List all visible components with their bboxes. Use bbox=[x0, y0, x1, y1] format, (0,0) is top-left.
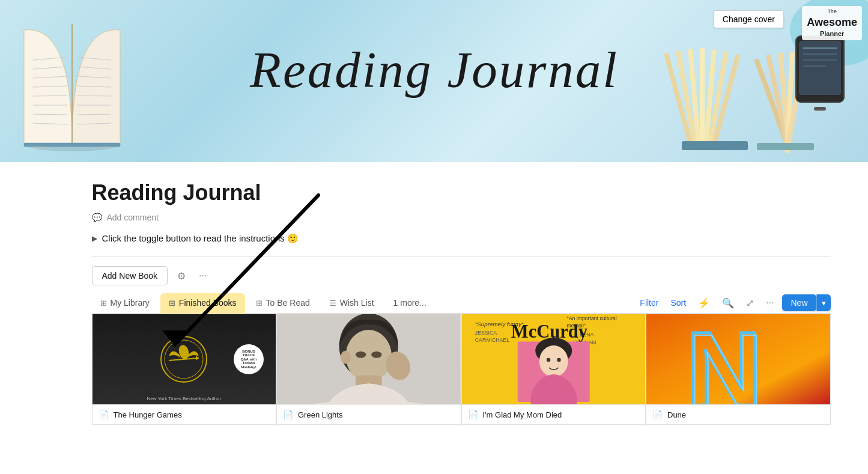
add-comment-label: Add comment bbox=[107, 213, 159, 222]
comment-icon: 💬 bbox=[92, 213, 102, 222]
tab-to-be-read[interactable]: ⊞ To Be Read bbox=[247, 293, 318, 314]
book-grid: BONUS TRACKQ&A withTatianaMaslany! New Y… bbox=[92, 314, 831, 425]
book-title-green-lights: Green Lights bbox=[298, 410, 342, 419]
book-page-icon-3: 📄 bbox=[468, 410, 478, 419]
tab-grid-icon-tbr: ⊞ bbox=[256, 299, 263, 308]
hunger-author-text: New York Times Bestselling Author bbox=[93, 396, 276, 401]
toggle-instruction[interactable]: ▶ Click the toggle button to read the in… bbox=[92, 233, 831, 244]
svg-text:JESSICA: JESSICA bbox=[475, 330, 497, 336]
svg-point-46 bbox=[177, 344, 190, 360]
tab-finished-books-label: Finished Books bbox=[179, 298, 237, 308]
tab-my-library[interactable]: ⊞ My Library bbox=[92, 293, 158, 314]
green-lights-cover-art bbox=[277, 314, 461, 404]
book-card-green-lights[interactable]: 📄 Green Lights bbox=[276, 314, 461, 425]
book-footer-dune: 📄 Dune bbox=[646, 404, 830, 424]
book-title-glad-mom-died: I'm Glad My Mom Died bbox=[483, 410, 562, 419]
svg-rect-34 bbox=[757, 143, 814, 150]
page-title: Reading Journal bbox=[92, 180, 831, 205]
book-card-hunger-games[interactable]: BONUS TRACKQ&A withTatianaMaslany! New Y… bbox=[92, 314, 277, 425]
section-divider bbox=[92, 256, 831, 257]
book-cover-glad-mom-died: "Supremely funny" JESSICA CARMICHAEL "An… bbox=[462, 314, 646, 404]
tabs-right-controls: Filter Sort ⚡ 🔍 ⤢ ··· New ▾ bbox=[636, 294, 830, 311]
main-content: Reading Journal 💬 Add comment ▶ Click th… bbox=[14, 162, 855, 425]
book-title-hunger-games: The Hunger Games bbox=[114, 410, 182, 419]
tab-finished-books[interactable]: ⊞ Finished Books bbox=[160, 293, 245, 314]
toggle-arrow-icon: ▶ bbox=[92, 234, 97, 243]
new-button-dropdown[interactable]: ▾ bbox=[816, 294, 831, 311]
svg-text:N: N bbox=[688, 314, 763, 404]
tab-list-icon: ☰ bbox=[329, 299, 336, 308]
book-card-dune[interactable]: N N 📄 Dune bbox=[646, 314, 831, 425]
book-page-icon-4: 📄 bbox=[652, 410, 663, 419]
toggle-instruction-text: Click the toggle button to read the inst… bbox=[102, 233, 299, 244]
book-card-glad-mom-died[interactable]: "Supremely funny" JESSICA CARMICHAEL "An… bbox=[461, 314, 646, 425]
banner: Reading Journal bbox=[0, 0, 868, 162]
svg-point-68 bbox=[539, 345, 568, 377]
svg-marker-48 bbox=[196, 356, 199, 360]
svg-text:"An important cultural: "An important cultural bbox=[566, 315, 616, 321]
svg-text:Reading Journal: Reading Journal bbox=[249, 41, 619, 98]
toolbar: Add New Book ⚙ ··· bbox=[92, 266, 831, 285]
ellipsis-icon-button[interactable]: ··· bbox=[762, 295, 777, 311]
svg-point-52 bbox=[341, 351, 351, 364]
svg-point-55 bbox=[356, 351, 366, 358]
lightning-icon-button[interactable]: ⚡ bbox=[694, 295, 714, 311]
tab-grid-icon: ⊞ bbox=[100, 299, 107, 308]
tab-wish-list-label: Wish List bbox=[340, 298, 374, 308]
mockingjay-icon bbox=[160, 335, 208, 383]
svg-rect-33 bbox=[682, 141, 748, 150]
book-footer-green-lights: 📄 Green Lights bbox=[277, 404, 461, 424]
book-title-dune: Dune bbox=[667, 410, 686, 419]
svg-text:CARMICHAEL: CARMICHAEL bbox=[475, 337, 509, 343]
sort-button[interactable]: Sort bbox=[667, 296, 690, 310]
svg-rect-37 bbox=[814, 107, 826, 111]
tab-more-label: 1 more... bbox=[393, 298, 426, 308]
book-page-icon: 📄 bbox=[99, 410, 109, 419]
book-page-icon-2: 📄 bbox=[283, 410, 293, 419]
svg-point-51 bbox=[346, 330, 392, 382]
svg-point-70 bbox=[557, 358, 561, 362]
book-cover-green-lights bbox=[277, 314, 461, 404]
svg-rect-36 bbox=[799, 41, 841, 95]
search-icon-button[interactable]: 🔍 bbox=[718, 295, 738, 311]
add-comment-area[interactable]: 💬 Add comment bbox=[92, 213, 831, 222]
tab-my-library-label: My Library bbox=[111, 298, 150, 308]
glad-cover-art: "Supremely funny" JESSICA CARMICHAEL "An… bbox=[462, 314, 646, 404]
svg-point-56 bbox=[371, 351, 381, 358]
hunger-bonus-badge: BONUS TRACKQ&A withTatianaMaslany! bbox=[234, 344, 264, 374]
filter-button[interactable]: Filter bbox=[636, 296, 662, 310]
svg-point-69 bbox=[546, 358, 550, 362]
svg-rect-24 bbox=[700, 48, 705, 150]
dune-cover-art: N N bbox=[646, 314, 830, 404]
settings-button[interactable]: ⚙ bbox=[174, 268, 189, 284]
tabs-bar: ⊞ My Library ⊞ Finished Books ⊞ To Be Re… bbox=[92, 293, 831, 314]
add-new-book-button[interactable]: Add New Book bbox=[92, 266, 168, 285]
more-options-button[interactable]: ··· bbox=[195, 268, 210, 284]
book-footer-hunger-games: 📄 The Hunger Games bbox=[93, 404, 276, 424]
book-cover-dune: N N bbox=[646, 314, 830, 404]
change-cover-button[interactable]: Change cover bbox=[714, 10, 784, 28]
new-button[interactable]: New bbox=[782, 294, 816, 311]
tab-to-be-read-label: To Be Read bbox=[266, 298, 310, 308]
awesome-planner-logo: The Awesome Planner bbox=[802, 6, 862, 40]
tab-more[interactable]: 1 more... bbox=[385, 293, 435, 314]
book-cover-hunger-games: BONUS TRACKQ&A withTatianaMaslany! New Y… bbox=[93, 314, 276, 404]
tab-grid-icon-finished: ⊞ bbox=[169, 299, 175, 308]
tab-wish-list[interactable]: ☰ Wish List bbox=[321, 293, 383, 314]
book-icon bbox=[18, 12, 126, 156]
link-icon-button[interactable]: ⤢ bbox=[742, 295, 757, 311]
svg-rect-18 bbox=[24, 143, 120, 147]
book-footer-glad-mom-died: 📄 I'm Glad My Mom Died bbox=[462, 404, 646, 424]
